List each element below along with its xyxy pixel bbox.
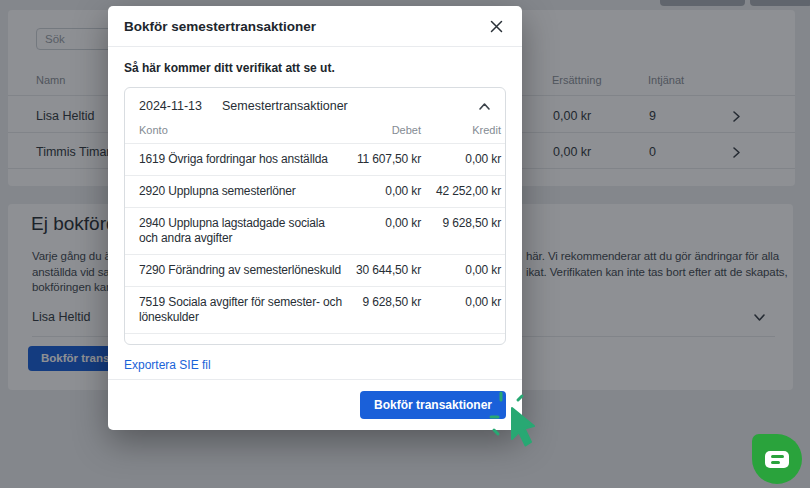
modal-title: Bokför semestertransaktioner	[124, 19, 316, 34]
credit-value: 0,00 kr	[421, 295, 501, 325]
modal-subtitle: Så här kommer ditt verifikat att se ut.	[124, 61, 506, 75]
chevron-up-icon	[478, 102, 491, 111]
app-screen: Namn Ersättning Intjänat Lisa Heltid 0,0…	[0, 0, 810, 488]
col-konto: Konto	[139, 124, 345, 136]
voucher-row: 2920 Upplupna semesterlöner 0,00 kr 42 2…	[125, 175, 505, 207]
modal-footer: Bokför transaktioner	[108, 379, 522, 430]
debit-value: 30 644,50 kr	[345, 263, 421, 278]
col-kredit: Kredit	[421, 124, 501, 136]
voucher-card: 2024-11-13 Semestertransaktioner Konto D…	[124, 87, 506, 345]
book-transactions-button[interactable]: Bokför transaktioner	[360, 391, 506, 419]
credit-value: 0,00 kr	[421, 263, 501, 278]
voucher-name: Semestertransaktioner	[222, 99, 348, 113]
chat-icon	[765, 451, 789, 468]
account-label: 7519 Sociala avgifter för semester- och …	[139, 295, 345, 325]
col-debet: Debet	[345, 124, 421, 136]
debit-value: 0,00 kr	[345, 216, 421, 246]
close-icon	[490, 20, 503, 33]
account-label: 2920 Upplupna semesterlöner	[139, 184, 345, 199]
voucher-date: 2024-11-13	[139, 99, 202, 113]
voucher-row: 2940 Upplupna lagstadgade sociala och an…	[125, 207, 505, 254]
voucher-row: 7290 Förändring av semesterlöneskuld 30 …	[125, 254, 505, 286]
collapse-toggle[interactable]	[478, 102, 491, 111]
account-label: 1619 Övriga fordringar hos anställda	[139, 152, 345, 167]
credit-value: 0,00 kr	[421, 152, 501, 167]
voucher-row: 7519 Sociala avgifter för semester- och …	[125, 286, 505, 333]
credit-value: 9 628,50 kr	[421, 216, 501, 246]
close-button[interactable]	[486, 16, 506, 36]
voucher-row: 1619 Övriga fordringar hos anställda 11 …	[125, 143, 505, 175]
divider	[125, 333, 505, 335]
modal-header: Bokför semestertransaktioner	[108, 6, 522, 47]
modal-body: Så här kommer ditt verifikat att se ut. …	[108, 47, 522, 379]
account-label: 2940 Upplupna lagstadgade sociala och an…	[139, 216, 345, 246]
debit-value: 9 628,50 kr	[345, 295, 421, 325]
debit-value: 0,00 kr	[345, 184, 421, 199]
book-vacation-transactions-modal: Bokför semestertransaktioner Så här komm…	[108, 6, 522, 430]
account-label: 7290 Förändring av semesterlöneskuld	[139, 263, 345, 278]
debit-value: 11 607,50 kr	[345, 152, 421, 167]
export-sie-link[interactable]: Exportera SIE fil	[124, 358, 211, 372]
chat-launcher-button[interactable]	[752, 434, 802, 484]
voucher-accordion-header[interactable]: 2024-11-13 Semestertransaktioner	[125, 88, 505, 122]
voucher-table-header: Konto Debet Kredit	[125, 122, 505, 143]
credit-value: 42 252,00 kr	[421, 184, 501, 199]
